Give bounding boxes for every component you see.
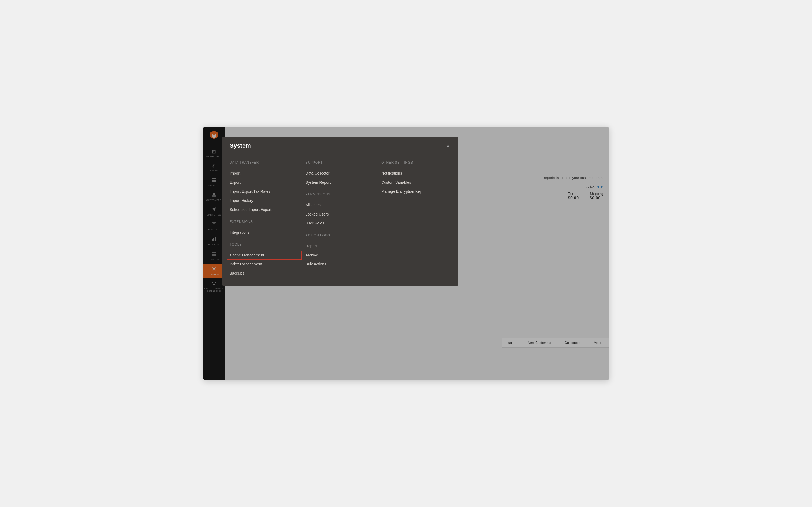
menu-item-archive[interactable]: Archive: [306, 251, 375, 260]
other-settings-heading: Other Settings: [381, 161, 451, 165]
data-transfer-heading: Data Transfer: [230, 161, 299, 165]
menu-item-system-report[interactable]: System Report: [306, 178, 375, 187]
menu-item-custom-variables[interactable]: Custom Variables: [381, 178, 451, 187]
extensions-heading: Extensions: [230, 220, 299, 224]
menu-item-notifications[interactable]: Notifications: [381, 169, 451, 178]
menu-item-manage-encryption-key[interactable]: Manage Encryption Key: [381, 187, 451, 196]
menu-item-backups[interactable]: Backups: [230, 269, 299, 278]
permissions-heading: Permissions: [306, 192, 375, 196]
screenshot-wrapper: ⊡ DASHBOARD $ SALES CATALOG CUSTOMERS: [203, 127, 609, 380]
modal-title: System: [230, 142, 251, 149]
menu-item-import-export-tax-rates[interactable]: Import/Export Tax Rates: [230, 187, 299, 196]
menu-item-all-users[interactable]: All Users: [306, 201, 375, 210]
menu-item-bulk-actions[interactable]: Bulk Actions: [306, 260, 375, 269]
menu-item-index-management[interactable]: Index Management: [230, 260, 299, 269]
modal-column-1: Data Transfer Import Export Import/Expor…: [230, 161, 299, 278]
system-modal: System × Data Transfer Import Export Imp…: [222, 136, 458, 286]
menu-item-locked-users[interactable]: Locked Users: [306, 210, 375, 219]
menu-item-integrations[interactable]: Integrations: [230, 228, 299, 237]
menu-item-import[interactable]: Import: [230, 169, 299, 178]
modal-close-button[interactable]: ×: [445, 142, 451, 150]
support-heading: Support: [306, 161, 375, 165]
menu-item-export[interactable]: Export: [230, 178, 299, 187]
action-logs-heading: Action Logs: [306, 233, 375, 237]
menu-item-scheduled-import-export[interactable]: Scheduled Import/Export: [230, 205, 299, 214]
menu-item-action-logs-report[interactable]: Report: [306, 241, 375, 251]
menu-item-cache-management[interactable]: Cache Management: [227, 251, 302, 260]
modal-body: Data Transfer Import Export Import/Expor…: [222, 154, 458, 286]
modal-header: System ×: [222, 136, 458, 154]
modal-column-2: Support Data Collector System Report Per…: [299, 161, 375, 278]
menu-item-data-collector[interactable]: Data Collector: [306, 169, 375, 178]
modal-column-3: Other Settings Notifications Custom Vari…: [375, 161, 451, 278]
menu-item-import-history[interactable]: Import History: [230, 196, 299, 206]
tools-heading: Tools: [230, 243, 299, 246]
menu-item-user-roles[interactable]: User Roles: [306, 219, 375, 228]
